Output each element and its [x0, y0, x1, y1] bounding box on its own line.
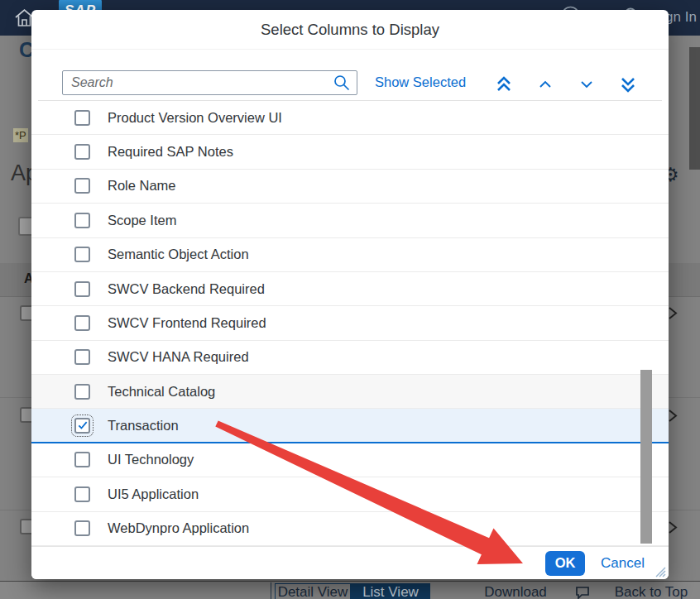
column-option-label: Role Name — [108, 178, 176, 194]
checkbox[interactable] — [74, 349, 90, 365]
checkbox[interactable] — [74, 520, 90, 536]
column-option-label: WebDynpro Application — [108, 520, 249, 536]
checkbox[interactable] — [74, 384, 90, 400]
download-button[interactable]: Download — [482, 583, 549, 599]
move-to-top-icon[interactable] — [493, 74, 515, 95]
feedback-icon[interactable] — [574, 584, 591, 599]
move-down-icon[interactable] — [576, 74, 597, 95]
column-option-label: UI Technology — [108, 452, 194, 467]
search-field[interactable] — [62, 70, 357, 95]
detail-view-button[interactable]: Detail View — [275, 583, 351, 599]
column-option-row[interactable]: Technical Catalog — [31, 375, 669, 409]
column-option-row[interactable]: SWCV Frontend Required — [31, 306, 669, 340]
column-option-row[interactable]: UI Technology — [31, 443, 669, 477]
back-to-top-button[interactable]: Back to Top — [610, 583, 693, 599]
page-scrollbar-thumb[interactable] — [689, 47, 700, 170]
column-option-label: Transaction — [108, 418, 179, 434]
column-option-row[interactable]: Product Version Overview UI — [31, 101, 669, 135]
column-option-row[interactable]: Role Name — [31, 170, 669, 204]
dialog-footer: OK Cancel — [31, 546, 669, 579]
ok-button[interactable]: OK — [545, 551, 585, 576]
checkbox[interactable] — [74, 213, 90, 228]
checkbox[interactable] — [74, 110, 90, 126]
dialog-column-list: Product Version Overview UIRequired SAP … — [31, 101, 669, 546]
checkbox[interactable] — [74, 247, 90, 262]
resize-grip-icon[interactable] — [653, 564, 666, 577]
divider — [271, 582, 271, 599]
column-option-label: Semantic Object Action — [108, 247, 249, 262]
checkbox-checked[interactable] — [74, 418, 90, 434]
column-option-row[interactable]: Required SAP Notes — [31, 135, 669, 169]
column-option-row[interactable]: UI5 Application — [31, 477, 669, 511]
move-to-bottom-icon[interactable] — [617, 74, 639, 95]
move-up-icon[interactable] — [535, 74, 556, 95]
select-columns-dialog: Select Columns to Display Show Selected … — [31, 10, 669, 579]
column-option-label: SWCV Backend Required — [108, 281, 265, 297]
checkmark-icon — [77, 419, 89, 431]
column-option-row[interactable]: SWCV Backend Required — [31, 272, 669, 306]
list-view-button[interactable]: List View — [351, 583, 430, 599]
checkbox[interactable] — [74, 452, 90, 467]
column-option-row[interactable]: SWCV HANA Required — [31, 341, 669, 375]
checkbox[interactable] — [74, 144, 90, 160]
cancel-button[interactable]: Cancel — [601, 555, 645, 572]
column-option-label: SWCV Frontend Required — [108, 315, 266, 331]
show-selected-link[interactable]: Show Selected — [375, 74, 466, 90]
column-option-row[interactable]: WebDynpro Application — [31, 512, 669, 546]
column-option-label: SWCV HANA Required — [108, 349, 249, 365]
search-icon[interactable] — [333, 74, 351, 92]
checkbox[interactable] — [74, 486, 90, 502]
column-option-label: Required SAP Notes — [108, 144, 233, 160]
checkbox[interactable] — [74, 315, 90, 331]
column-option-label: Technical Catalog — [108, 384, 215, 400]
column-option-label: Product Version Overview UI — [108, 110, 282, 126]
highlighted-note-fragment: *P — [13, 128, 28, 142]
column-option-label: UI5 Application — [108, 486, 199, 502]
checkbox[interactable] — [74, 281, 90, 297]
dialog-scrollbar-thumb[interactable] — [640, 370, 652, 544]
search-input[interactable] — [63, 75, 333, 90]
column-option-row[interactable]: Transaction — [31, 409, 669, 443]
column-option-label: Scope Item — [108, 213, 176, 228]
column-option-row[interactable]: Scope Item — [31, 204, 669, 237]
column-option-row[interactable]: Semantic Object Action — [31, 238, 669, 272]
dialog-title: Select Columns to Display — [31, 10, 669, 50]
checkbox[interactable] — [74, 178, 90, 194]
bottom-toolbar: Detail View List View Download Back to T… — [0, 581, 700, 599]
